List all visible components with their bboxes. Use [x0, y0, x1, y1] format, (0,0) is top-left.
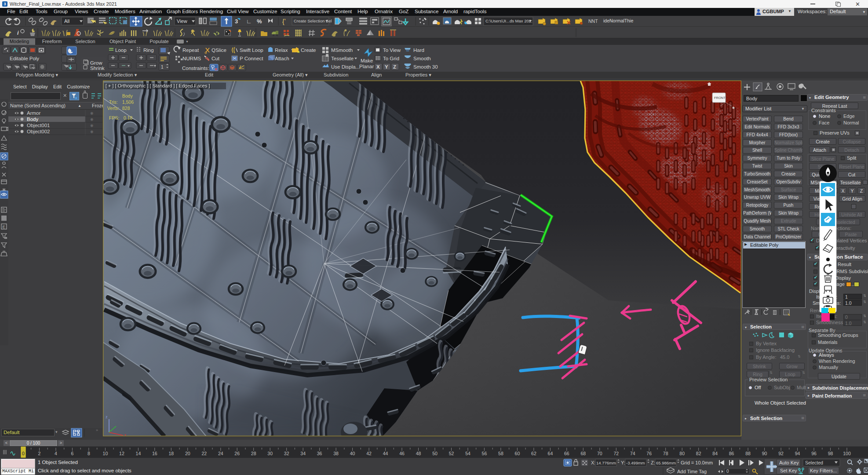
svg-text:46: 46	[399, 451, 405, 456]
svg-text:❋: ❋	[90, 111, 94, 116]
svg-text:2: 2	[38, 451, 41, 456]
svg-text:65.986mm: 65.986mm	[656, 460, 676, 465]
svg-text:Y:: Y:	[621, 460, 625, 465]
svg-text:66: 66	[564, 451, 569, 456]
svg-text:28: 28	[251, 451, 256, 456]
svg-text:92: 92	[778, 451, 784, 456]
svg-text:Use Displa...: Use Displa...	[331, 64, 360, 69]
svg-text:30: 30	[267, 451, 273, 456]
svg-text:38: 38	[333, 451, 339, 456]
svg-text:84: 84	[712, 451, 718, 456]
svg-text:FRONT: FRONT	[714, 96, 726, 100]
svg-text:86: 86	[729, 451, 734, 456]
svg-text:6: 6	[71, 451, 73, 456]
svg-text:To Grid: To Grid	[383, 56, 399, 61]
svg-text:Armor: Armor	[27, 110, 40, 116]
svg-text:Repeat: Repeat	[182, 48, 199, 53]
svg-text:P Connect: P Connect	[240, 56, 263, 61]
svg-text:View: View	[177, 18, 187, 24]
svg-text:Grow: Grow	[90, 60, 102, 66]
svg-text:36: 36	[317, 451, 322, 456]
svg-text:Planar: Planar	[359, 64, 374, 69]
svg-text:Object002: Object002	[27, 129, 50, 134]
svg-text:90: 90	[762, 451, 767, 456]
svg-text:Z: Z	[393, 64, 396, 69]
svg-text:0: 0	[22, 451, 25, 456]
svg-text:82: 82	[696, 451, 701, 456]
svg-text:1,506: 1,506	[122, 99, 134, 105]
svg-text:828: 828	[122, 106, 130, 111]
svg-text:56: 56	[482, 451, 487, 456]
svg-text:X:: X:	[591, 460, 595, 465]
svg-text:78: 78	[663, 451, 668, 456]
svg-text:60: 60	[515, 451, 520, 456]
svg-text:48: 48	[416, 451, 421, 456]
svg-text:Hard: Hard	[413, 48, 424, 53]
svg-text:40: 40	[350, 451, 355, 456]
svg-text:Editable Poly: Editable Poly	[10, 56, 39, 61]
svg-text:[ + ] [ Orthographic ] [ Stand: [ + ] [ Orthographic ] [ Standard ] [ Ed…	[106, 83, 210, 88]
svg-text:68: 68	[580, 451, 586, 456]
svg-text:Smooth 30: Smooth 30	[413, 64, 438, 69]
svg-text:Add Time Tag: Add Time Tag	[677, 469, 707, 474]
svg-text:62: 62	[531, 451, 536, 456]
svg-text:»: »	[96, 428, 98, 432]
svg-text:Y: Y	[385, 64, 388, 69]
svg-text:Key Filters...: Key Filters...	[810, 468, 837, 473]
svg-text:76: 76	[646, 451, 652, 456]
svg-text:Tris:: Tris:	[109, 99, 118, 105]
svg-text:z: z	[106, 415, 108, 419]
svg-text:14: 14	[136, 451, 141, 456]
svg-text:74: 74	[630, 451, 635, 456]
svg-text:i: i	[17, 29, 19, 36]
svg-text:70: 70	[597, 451, 602, 456]
svg-text:8: 8	[88, 451, 90, 456]
svg-text:FPS:: FPS:	[109, 115, 119, 121]
svg-text:98: 98	[828, 451, 833, 456]
svg-text:44: 44	[383, 451, 388, 456]
svg-text:❋: ❋	[90, 130, 94, 134]
svg-text:54: 54	[465, 451, 470, 456]
svg-text:10: 10	[103, 451, 108, 456]
svg-text:Attach: Attach	[275, 56, 289, 61]
svg-text:32: 32	[284, 451, 289, 456]
svg-text:Constraints:: Constraints:	[182, 66, 209, 71]
svg-text:Make: Make	[361, 58, 373, 63]
svg-text:E: E	[3, 225, 5, 229]
svg-text:Object001: Object001	[27, 123, 50, 128]
svg-text:58: 58	[498, 451, 503, 456]
svg-text:QSlice: QSlice	[212, 48, 226, 53]
svg-text:To View: To View	[383, 48, 401, 53]
svg-text:Ring: Ring	[143, 48, 154, 53]
svg-text:Swift Loop: Swift Loop	[240, 48, 263, 53]
svg-text:NNT: NNT	[588, 18, 598, 24]
svg-text:4: 4	[55, 451, 57, 456]
svg-text:52: 52	[449, 451, 454, 456]
svg-text:Verts:: Verts:	[107, 106, 119, 111]
svg-text:0: 0	[726, 469, 729, 474]
svg-text:Tessellate: Tessellate	[331, 56, 354, 61]
svg-text:{ʽ: {ʽ	[282, 18, 286, 25]
svg-text:20: 20	[185, 451, 190, 456]
svg-text:Cut: Cut	[212, 56, 220, 61]
svg-text:Z:: Z:	[651, 460, 655, 465]
svg-text:Shrink: Shrink	[90, 66, 105, 71]
svg-text:72: 72	[613, 451, 619, 456]
svg-text:Selected: Selected	[805, 460, 823, 465]
svg-text:16: 16	[152, 451, 157, 456]
svg-text:MSmooth: MSmooth	[331, 48, 353, 53]
svg-text:42: 42	[366, 451, 372, 456]
svg-text:Smooth: Smooth	[413, 56, 431, 61]
svg-text:Set Key: Set Key	[780, 468, 797, 473]
svg-text:3: 3	[235, 18, 238, 25]
svg-text:1: 1	[161, 65, 164, 69]
svg-text:0.18: 0.18	[124, 115, 133, 121]
svg-text:26: 26	[234, 451, 240, 456]
svg-text:∟: ∟	[246, 18, 252, 25]
svg-text:12: 12	[119, 451, 124, 456]
svg-text:Relax: Relax	[275, 48, 288, 53]
svg-text:Loop: Loop	[115, 48, 127, 53]
svg-text:Auto Key: Auto Key	[779, 460, 799, 465]
svg-text:All: All	[64, 18, 69, 24]
svg-text:22: 22	[201, 451, 207, 456]
